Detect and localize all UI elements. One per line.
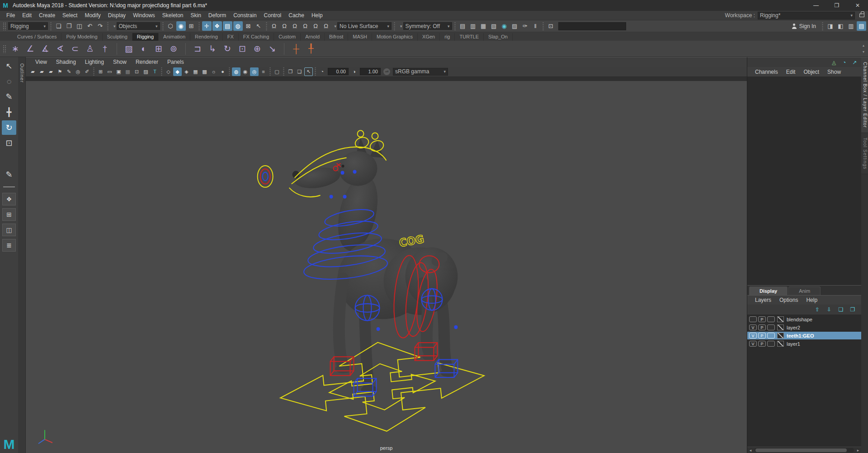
wireframe-on-shaded-icon[interactable]: ◈: [182, 67, 191, 76]
snap-to-camera-icon[interactable]: ▰: [28, 67, 37, 76]
handles-mask-icon[interactable]: ✛: [202, 21, 212, 31]
open-scene-icon[interactable]: ❐: [64, 21, 74, 31]
menu-file[interactable]: File: [3, 11, 19, 19]
construction-history-icon[interactable]: ▤: [458, 21, 467, 31]
pause-viewport-icon[interactable]: ‖: [531, 21, 540, 31]
panel-menu-renderer[interactable]: Renderer: [132, 58, 162, 66]
snap-to-projected-center-icon[interactable]: Ω: [301, 21, 310, 31]
joint-tool-icon[interactable]: ∗: [9, 42, 22, 56]
horizontal-scrollbar[interactable]: ◂ ▸: [747, 447, 861, 453]
menu-create[interactable]: Create: [35, 11, 59, 19]
bind-skin-icon[interactable]: ▨: [122, 42, 136, 56]
camera-attributes-icon[interactable]: ▰: [47, 67, 55, 76]
layer-menu-layers[interactable]: Layers: [751, 296, 775, 304]
select-tool[interactable]: ↖: [2, 59, 16, 73]
workspace-panel-toggle-icon[interactable]: ▤: [857, 21, 866, 31]
menu-modify[interactable]: Modify: [81, 11, 104, 19]
layer-menu-options[interactable]: Options: [775, 296, 802, 304]
bookmark-icon[interactable]: ⚑: [56, 67, 64, 76]
layer-visibility-toggle[interactable]: [749, 316, 757, 322]
shelf-grip-handle[interactable]: [3, 45, 6, 53]
shelf-tab-fx[interactable]: FX: [223, 33, 239, 41]
layer-color-swatch[interactable]: [777, 341, 784, 347]
new-scene-icon[interactable]: ❏: [54, 21, 63, 31]
text-hud-icon[interactable]: T: [151, 67, 159, 76]
menu-skeleton[interactable]: Skeleton: [159, 11, 187, 19]
lock-selection-icon[interactable]: ⊠: [244, 21, 253, 31]
shelf-tab-arnold[interactable]: Arnold: [301, 33, 325, 41]
menu-select[interactable]: Select: [59, 11, 81, 19]
panel-menu-panels[interactable]: Panels: [163, 58, 188, 66]
ik-spline-handle-icon[interactable]: ∡: [38, 42, 52, 56]
snap-to-points-icon[interactable]: Ω: [290, 21, 300, 31]
select-by-hierarchy-icon[interactable]: ⬡: [166, 21, 175, 31]
undo-icon[interactable]: ↶: [85, 21, 94, 31]
layer-color-swatch[interactable]: [777, 333, 784, 339]
grid-icon[interactable]: ⊞: [96, 67, 105, 76]
ipr-render-icon[interactable]: ▧: [489, 21, 499, 31]
outliner-panel-tab[interactable]: Outliner: [18, 57, 26, 453]
motion-blur-icon[interactable]: ◉: [241, 67, 250, 76]
shelf-tab-xgen[interactable]: XGen: [418, 33, 440, 41]
shelf-tab-poly-modeling[interactable]: Poly Modeling: [61, 33, 102, 41]
layer-row[interactable]: VPlayer1: [747, 340, 861, 348]
curves-mask-icon[interactable]: ▤: [223, 21, 232, 31]
menu-display[interactable]: Display: [104, 11, 129, 19]
shelf-tab-rendering[interactable]: Rendering: [190, 33, 223, 41]
channel-box-menu-edit[interactable]: Edit: [782, 68, 800, 76]
shadows-icon[interactable]: ●: [218, 67, 227, 76]
layer-visibility-toggle[interactable]: V: [749, 333, 757, 339]
scroll-left-icon[interactable]: ◂: [747, 448, 754, 453]
side-tab-channel-box-layer-editor[interactable]: Channel Box / Layer Editor: [861, 57, 868, 133]
open-render-view-icon[interactable]: ▥: [468, 21, 478, 31]
layout-four-pane[interactable]: ⊞: [2, 208, 16, 221]
menu-control[interactable]: Control: [260, 11, 285, 19]
move-layer-down-icon[interactable]: ⇩: [825, 305, 833, 314]
menu-help[interactable]: Help: [308, 11, 326, 19]
grease-pencil-icon[interactable]: ✎: [65, 67, 73, 76]
layer-visibility-toggle[interactable]: V: [749, 324, 757, 330]
lattice-icon[interactable]: ⊞: [152, 42, 165, 56]
ssao-icon[interactable]: ◍: [232, 67, 241, 76]
layout-two-pane[interactable]: ◫: [2, 224, 16, 236]
command-search-field[interactable]: [558, 22, 626, 30]
expand-group-icon[interactable]: ▾: [400, 24, 402, 29]
layer-display-type-toggle[interactable]: [767, 333, 775, 339]
layer-row[interactable]: VPteeth1:GEO: [747, 332, 861, 339]
panel-menu-show[interactable]: Show: [109, 58, 131, 66]
scale-tool[interactable]: ⊡: [2, 136, 16, 150]
save-scene-icon[interactable]: ◫: [75, 21, 84, 31]
interactive-bind-icon[interactable]: ◐: [137, 42, 151, 56]
point-constraint-icon[interactable]: ↳: [206, 42, 219, 56]
humanik-character-icon[interactable]: ♙: [83, 42, 97, 56]
shelf-tab-rig[interactable]: rig: [440, 33, 455, 41]
move-tool[interactable]: ╋: [2, 105, 16, 119]
paint-select-tool[interactable]: ✎: [2, 90, 16, 104]
scale-constraint-icon[interactable]: ⊡: [236, 42, 249, 56]
contrast-toggle-icon[interactable]: ◑: [350, 67, 359, 76]
panel-menu-lighting[interactable]: Lighting: [81, 58, 108, 66]
layer-visibility-toggle[interactable]: V: [749, 341, 757, 347]
layer-playback-toggle[interactable]: P: [758, 333, 766, 339]
resolution-gate-icon[interactable]: ▣: [114, 67, 123, 76]
layout-single-pane[interactable]: ❖: [2, 193, 16, 205]
live-surface-field[interactable]: No Live Surface▾: [337, 22, 392, 30]
channel-box-menu-object[interactable]: Object: [799, 68, 823, 76]
shelf-tab-fx-caching[interactable]: FX Caching: [239, 33, 274, 41]
multisample-icon[interactable]: ◎: [250, 67, 259, 76]
shelf-tab-mash[interactable]: MASH: [348, 33, 372, 41]
menu-set-selector[interactable]: Rigging▾: [8, 22, 48, 30]
joints-mask-icon[interactable]: ❖: [212, 21, 222, 31]
tab-anim[interactable]: Anim: [788, 286, 821, 295]
mirror-joint-icon[interactable]: †: [98, 42, 112, 56]
view-transform-selector[interactable]: sRGB gamma▾: [393, 68, 448, 76]
use-default-material-icon[interactable]: ▩: [200, 67, 209, 76]
layer-playback-toggle[interactable]: P: [758, 341, 766, 347]
workspace-lock-icon[interactable]: [859, 14, 864, 17]
set-preferred-angle-icon[interactable]: ┼: [289, 42, 303, 56]
layer-playback-toggle[interactable]: P: [758, 316, 766, 322]
film-gate-icon[interactable]: ▭: [105, 67, 114, 76]
shelf-menu-down-icon[interactable]: ▾: [860, 49, 867, 55]
lock-camera-icon[interactable]: ▰: [38, 67, 46, 76]
layer-display-type-toggle[interactable]: [767, 316, 775, 322]
